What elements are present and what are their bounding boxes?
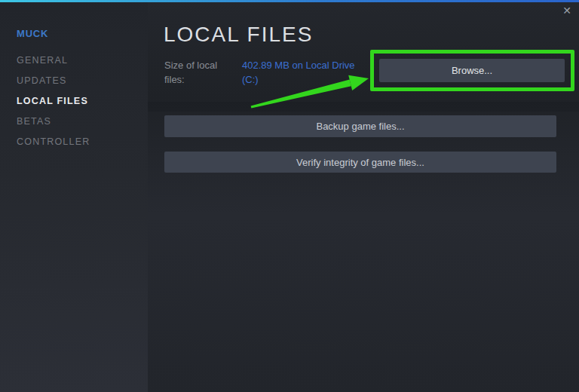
backup-game-files-button[interactable]: Backup game files... — [164, 115, 556, 137]
top-accent-bar — [0, 0, 579, 2]
sidebar-item-updates[interactable]: UPDATES — [17, 75, 148, 87]
browse-button[interactable]: Browse... — [379, 59, 565, 82]
section-divider — [148, 102, 579, 112]
sidebar-item-betas[interactable]: BETAS — [17, 115, 148, 127]
sidebar-item-local-files[interactable]: LOCAL FILES — [17, 95, 148, 107]
size-of-local-files-value: 402.89 MB on Local Drive (C:) — [242, 58, 370, 87]
sidebar: MUCK GENERAL UPDATES LOCAL FILES BETAS C… — [0, 0, 148, 392]
sidebar-game-title: MUCK — [17, 28, 148, 39]
page-title: LOCAL FILES — [164, 23, 313, 47]
close-icon[interactable]: ✕ — [559, 2, 575, 19]
game-properties-dialog: ✕ MUCK GENERAL UPDATES LOCAL FILES BETAS… — [0, 0, 579, 392]
size-of-local-files-label: Size of local files: — [164, 58, 240, 87]
sidebar-item-general[interactable]: GENERAL — [17, 54, 148, 66]
sidebar-item-controller[interactable]: CONTROLLER — [17, 136, 148, 148]
verify-integrity-button[interactable]: Verify integrity of game files... — [164, 152, 556, 173]
